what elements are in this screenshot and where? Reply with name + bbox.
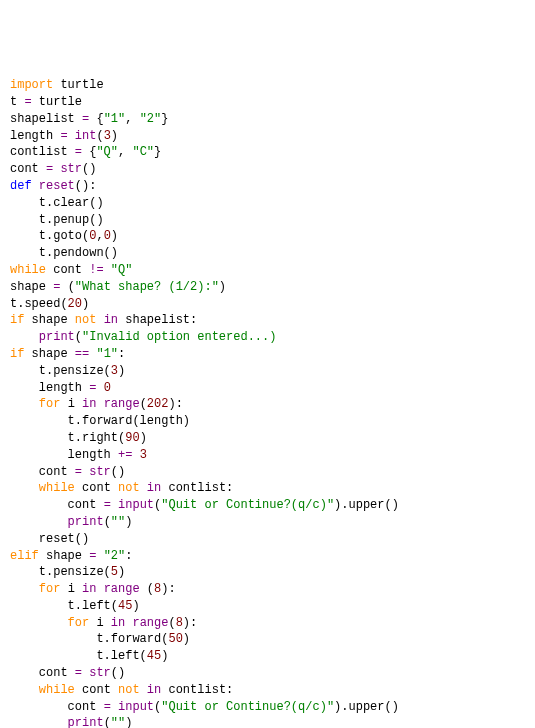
code-token: input xyxy=(118,700,154,714)
code-block: import turtlet = turtleshapelist = {"1",… xyxy=(10,77,525,728)
code-token xyxy=(10,330,39,344)
code-token: turtle xyxy=(39,95,82,109)
code-line: reset() xyxy=(10,531,525,548)
code-line: for i in range (8): xyxy=(10,581,525,598)
code-token: 3 xyxy=(104,129,111,143)
code-token: i xyxy=(68,582,82,596)
code-token: ) xyxy=(161,649,168,663)
code-token: = xyxy=(104,498,118,512)
code-line: print("") xyxy=(10,715,525,728)
code-token: 50 xyxy=(168,632,182,646)
code-token: ) xyxy=(125,515,132,529)
code-token: reset xyxy=(39,179,75,193)
code-token: 3 xyxy=(140,448,147,462)
code-token: in xyxy=(111,616,133,630)
code-line: shape = ("What shape? (1/2):") xyxy=(10,279,525,296)
code-token: = xyxy=(75,145,89,159)
code-token xyxy=(10,481,39,495)
code-token: while xyxy=(39,481,82,495)
code-token: print xyxy=(39,330,75,344)
code-token: for xyxy=(39,397,68,411)
code-token: "" xyxy=(111,515,125,529)
code-token: contlist xyxy=(10,145,75,159)
code-token: 8 xyxy=(176,616,183,630)
code-token: , xyxy=(96,229,103,243)
code-token: str xyxy=(89,666,111,680)
code-line: while cont not in contlist: xyxy=(10,480,525,497)
code-token: shapelist xyxy=(10,112,82,126)
code-token: shape xyxy=(10,280,53,294)
code-token: ( xyxy=(68,280,75,294)
code-token: shape xyxy=(32,313,75,327)
code-line: t.forward(length) xyxy=(10,413,525,430)
code-token: 20 xyxy=(68,297,82,311)
code-line: shapelist = {"1", "2"} xyxy=(10,111,525,128)
code-line: for i in range(8): xyxy=(10,615,525,632)
code-token: = xyxy=(53,280,67,294)
code-token: in xyxy=(104,313,126,327)
code-line: t.goto(0,0) xyxy=(10,228,525,245)
code-line: cont = str() xyxy=(10,464,525,481)
code-line: length = int(3) xyxy=(10,128,525,145)
code-token: "Q" xyxy=(111,263,133,277)
code-token: 45 xyxy=(118,599,132,613)
code-token: ): xyxy=(183,616,197,630)
code-token: in xyxy=(82,582,104,596)
code-token xyxy=(10,515,68,529)
code-token: ( xyxy=(140,397,147,411)
code-token: cont xyxy=(82,481,118,495)
code-token: range xyxy=(104,397,140,411)
code-token: ).upper() xyxy=(334,498,399,512)
code-token: = xyxy=(75,666,89,680)
code-token: in xyxy=(147,481,169,495)
code-token: += xyxy=(118,448,140,462)
code-line: cont = str() xyxy=(10,161,525,178)
code-token: not xyxy=(118,481,147,495)
code-line: cont = str() xyxy=(10,665,525,682)
code-token: ( xyxy=(147,582,154,596)
code-token: print xyxy=(68,716,104,728)
code-token: 0 xyxy=(104,229,111,243)
code-token: ) xyxy=(82,297,89,311)
code-token: length xyxy=(10,381,89,395)
code-token: ( xyxy=(75,330,82,344)
code-line: t.left(45) xyxy=(10,598,525,615)
code-line: t.pensize(5) xyxy=(10,564,525,581)
code-token: "Quit or Continue?(q/c)" xyxy=(161,700,334,714)
code-token: = xyxy=(46,162,60,176)
code-token: t.left( xyxy=(10,599,118,613)
code-token: ) xyxy=(111,129,118,143)
code-token: t.forward(length) xyxy=(10,414,190,428)
code-token: cont xyxy=(10,700,104,714)
code-token: range xyxy=(132,616,168,630)
code-line: t.speed(20) xyxy=(10,296,525,313)
code-token: = xyxy=(82,112,96,126)
code-token: t.speed( xyxy=(10,297,68,311)
code-token: t.pendown() xyxy=(10,246,118,260)
code-token: length xyxy=(10,129,60,143)
code-token: not xyxy=(75,313,104,327)
code-token: not xyxy=(118,683,147,697)
code-token: ( xyxy=(104,716,111,728)
code-token: cont xyxy=(10,498,104,512)
code-line: t.penup() xyxy=(10,212,525,229)
code-token: length xyxy=(10,448,118,462)
code-line: while cont not in contlist: xyxy=(10,682,525,699)
code-token: == xyxy=(75,347,97,361)
code-token xyxy=(10,683,39,697)
code-token: turtle xyxy=(60,78,103,92)
code-token: "What shape? (1/2):" xyxy=(75,280,219,294)
code-token: i xyxy=(68,397,82,411)
code-line: contlist = {"Q", "C"} xyxy=(10,144,525,161)
code-token: ( xyxy=(104,515,111,529)
code-line: t = turtle xyxy=(10,94,525,111)
code-token: = xyxy=(89,381,103,395)
code-token: cont xyxy=(10,666,75,680)
code-token: "1" xyxy=(104,112,126,126)
code-token: "2" xyxy=(104,549,126,563)
code-token: in xyxy=(147,683,169,697)
code-token: ) xyxy=(118,364,125,378)
code-token: range xyxy=(104,582,147,596)
code-token: ) xyxy=(219,280,226,294)
code-token: 45 xyxy=(147,649,161,663)
